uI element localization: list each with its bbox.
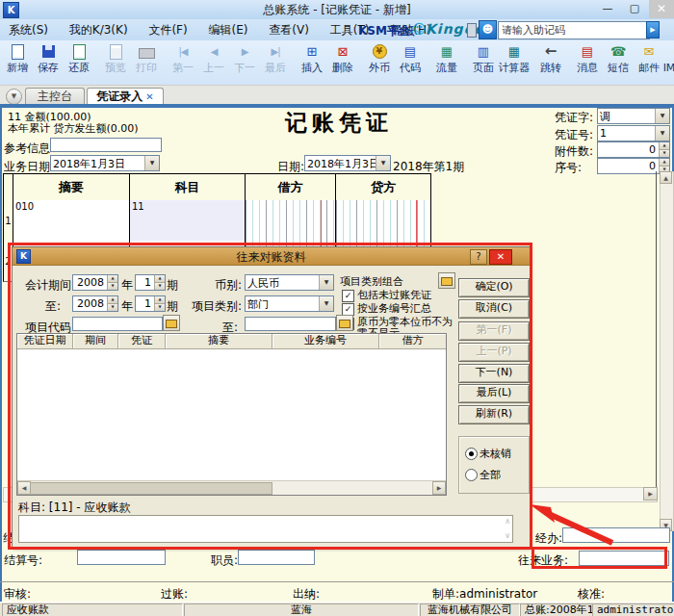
mnemonic-search-input[interactable] (498, 21, 650, 39)
menu-system[interactable]: 系统(S) (0, 19, 57, 41)
vertical-scrollbar[interactable]: ▲ ▼ (660, 171, 674, 531)
search-go-button[interactable]: ▶ (646, 21, 660, 38)
date-select[interactable]: 2018年1月3日 ▼ (304, 155, 391, 171)
toolbar-code-button[interactable]: ▤ 代码 (395, 40, 426, 83)
reference-input[interactable] (50, 138, 162, 152)
menu-edit[interactable]: 编辑(E) (200, 19, 257, 41)
attachments-stepper[interactable]: 0 ▲▼ (597, 141, 670, 158)
toolbar-new-button[interactable]: 新增 (2, 40, 33, 83)
project-code-to-input[interactable] (245, 317, 336, 331)
smiley-icon[interactable]: ☺ (412, 21, 427, 37)
spin-down-icon[interactable]: ▼ (108, 304, 117, 311)
spin-down-icon[interactable]: ▼ (155, 304, 165, 311)
toolbar-insert-button[interactable]: ⊞ 插入 (297, 40, 327, 83)
new-doc-icon (12, 43, 24, 60)
voucher-word-select[interactable]: 调 ▼ (597, 108, 670, 124)
minimize-button[interactable]: — (595, 0, 620, 18)
period-year-stepper[interactable]: 2008 ▲▼ (72, 274, 118, 291)
toolbar-message-button[interactable]: ▤ 消息 (572, 40, 603, 83)
cancel-button[interactable]: 取消(C) (458, 299, 530, 319)
toolbar-restore-button[interactable]: 还原 (64, 40, 94, 83)
chevron-down-icon[interactable]: ▼ (655, 126, 669, 141)
unverified-radio[interactable] (465, 448, 478, 460)
toolbar-calculator-button[interactable]: ▦ 计算器 (499, 40, 530, 83)
chevron-down-icon[interactable]: ∨ (505, 532, 510, 540)
chevron-down-icon[interactable]: ▼ (376, 156, 390, 170)
period-no-stepper[interactable]: 1 ▲▼ (135, 274, 166, 291)
to-no-stepper[interactable]: 1 ▲▼ (135, 295, 166, 312)
voucher-row-1[interactable]: 1 010 11 (3, 200, 431, 242)
tab-close-icon[interactable]: ✕ (145, 91, 153, 102)
chevron-up-icon[interactable]: ∧ (505, 518, 510, 526)
dialog-help-button[interactable]: ? (470, 249, 487, 265)
spin-up-icon[interactable]: ▲ (660, 142, 669, 150)
agent-input[interactable] (562, 527, 670, 543)
toolbar-mail-button[interactable]: ✉ 邮件 (634, 40, 664, 83)
toolbar-delete-button[interactable]: ⊠ 删除 (327, 40, 358, 83)
toolbar-im-button[interactable]: ☺ IM消息 (664, 40, 674, 83)
maximize-button[interactable]: ▢ (622, 0, 647, 18)
toolbar-page-button[interactable]: ▥ 页面 (468, 40, 499, 83)
project-code-browse-button[interactable] (163, 315, 180, 331)
menu-view[interactable]: 查看(V) (260, 19, 318, 41)
settlement-no-input[interactable] (77, 550, 166, 565)
tab-list-dropdown-button[interactable]: ▼ (6, 89, 22, 105)
toolbar-flow-button[interactable]: ▦ 流量 (431, 40, 462, 83)
menu-myk3[interactable]: 我的K/3(K) (61, 19, 137, 41)
user-icon-button[interactable]: ☻ (479, 20, 497, 39)
toolbar-sms-button[interactable]: ☎ 短信 (603, 40, 634, 83)
chevron-down-icon[interactable]: ▼ (319, 275, 333, 290)
spin-down-icon[interactable]: ▼ (660, 150, 669, 157)
insert-row-icon: ⊞ (307, 43, 318, 60)
all-radio[interactable] (465, 469, 478, 481)
debit-cell[interactable] (246, 200, 336, 241)
last-button[interactable]: 最后(L) (458, 384, 530, 403)
reconciliation-list[interactable]: 凭证日期 期间 凭证 摘要 业务编号 借方 ◀ ▶ (16, 333, 447, 496)
voucher-no-label: 凭证号: (555, 127, 593, 143)
staff-input[interactable] (238, 550, 315, 565)
spin-up-icon[interactable]: ▲ (108, 296, 117, 304)
voucher-no-select[interactable]: 1 ▼ (597, 125, 670, 141)
spin-up-icon[interactable]: ▲ (155, 296, 165, 304)
spin-down-icon[interactable]: ▼ (108, 283, 117, 290)
toolbar-save-button[interactable]: 保存 (33, 40, 64, 83)
dialog-title-bar[interactable]: K 往来对账资料 ? ✕ (13, 247, 530, 266)
business-date-select[interactable]: 2018年1月3日 ▼ (50, 155, 160, 171)
project-code-to-browse-button[interactable] (336, 315, 353, 331)
close-button[interactable]: ✕ (649, 0, 674, 18)
memo-textarea[interactable]: ∧ ∨ (18, 515, 513, 543)
spin-up-icon[interactable]: ▲ (660, 159, 669, 167)
summary-cell[interactable]: 010 (13, 200, 130, 241)
project-combo-browse-button[interactable] (438, 272, 455, 289)
list-horizontal-scrollbar[interactable]: ◀ ▶ (17, 480, 446, 495)
dialog-close-button[interactable]: ✕ (489, 249, 512, 265)
currency-select[interactable]: 人民币 ▼ (245, 274, 334, 291)
spin-up-icon[interactable]: ▲ (155, 275, 165, 283)
project-category-label: 项目类别: (192, 298, 242, 315)
ok-button[interactable]: 确定(O) (458, 278, 530, 297)
credit-cell[interactable] (336, 200, 430, 241)
project-category-select[interactable]: 部门 ▼ (245, 295, 334, 312)
phone-icon[interactable] (467, 23, 477, 38)
spin-down-icon[interactable]: ▼ (155, 283, 165, 290)
spin-up-icon[interactable]: ▲ (108, 275, 117, 283)
toolbar-jump-button[interactable]: ← 跳转 (535, 40, 566, 83)
current-business-input[interactable] (579, 551, 669, 566)
chevron-down-icon[interactable]: ▼ (655, 109, 669, 123)
scroll-up-icon[interactable]: ▲ (660, 171, 672, 184)
project-code-input[interactable] (72, 317, 163, 331)
include-unposted-checkbox[interactable]: ✓ (342, 290, 354, 302)
to-year-stepper[interactable]: 2008 ▲▼ (72, 295, 118, 312)
refresh-button[interactable]: 刷新(R) (458, 405, 530, 424)
account-cell[interactable]: 11 (130, 200, 246, 241)
chevron-down-icon[interactable]: ▼ (144, 156, 159, 170)
next-button[interactable]: 下一(N) (458, 364, 530, 383)
scroll-right-icon[interactable]: ▶ (643, 487, 658, 500)
status-bar: 应收账款 蓝海 蓝海机械有限公司 总账:2008年1期 administrato… (0, 602, 674, 616)
menu-file[interactable]: 文件(F) (140, 19, 195, 41)
chevron-down-icon[interactable]: ▼ (319, 296, 333, 311)
scrollbar-thumb[interactable] (30, 482, 272, 495)
scroll-left-icon[interactable]: ◀ (17, 481, 31, 495)
toolbar-currency-button[interactable]: ¥ 外币 (364, 40, 395, 83)
scroll-right-icon[interactable]: ▶ (432, 481, 446, 495)
